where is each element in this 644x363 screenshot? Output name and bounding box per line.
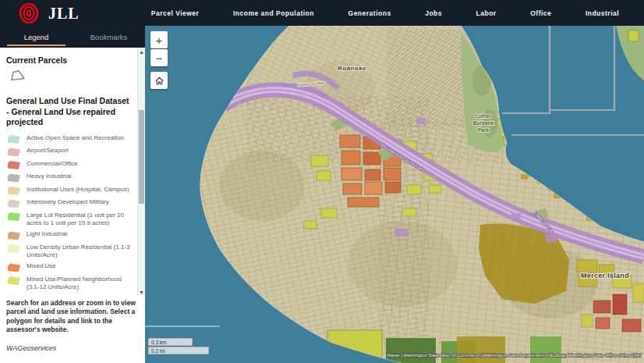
- nav-item-labor[interactable]: Labor: [476, 9, 497, 17]
- legend-swatch: [8, 276, 20, 285]
- legend-item: Airport/Seaport: [6, 147, 133, 156]
- legend-item-label: Heavy Industrial: [27, 173, 71, 180]
- legend-item-label: Large Lot Residential (1 unit per 10 acr…: [27, 212, 133, 227]
- legend-item: Intensively Developed Military: [6, 198, 133, 208]
- current-parcels-title: Current Parcels: [6, 55, 133, 65]
- jll-logo-text: JLL: [48, 5, 80, 21]
- scroll-down-icon[interactable]: ▼: [138, 288, 145, 296]
- sidebar-footer: Search for an address or zoom in to view…: [0, 296, 145, 363]
- nav-item-industrial[interactable]: Industrial: [586, 9, 619, 17]
- legend-swatch: [8, 187, 20, 195]
- legend-item-label: Mixed Use/Planned Neighborhood (3.1-12 U…: [27, 276, 133, 291]
- legend-items: Active Open Space and RecreationAirport/…: [6, 134, 133, 296]
- scale-mi-label: 0.2 mi: [151, 348, 165, 354]
- scroll-up-icon[interactable]: ▲: [138, 48, 145, 55]
- sidebar: Legend Bookmarks Current Parcels General…: [0, 26, 145, 363]
- legend-item: Large Lot Residential (1 unit per 10 acr…: [6, 212, 133, 227]
- legend-item: Commercial/Office: [6, 160, 133, 169]
- tab-bookmarks[interactable]: Bookmarks: [73, 26, 145, 48]
- nav-menu: Parcel ViewerIncome and PopulationGenera…: [134, 9, 644, 17]
- tab-legend[interactable]: Legend: [0, 26, 73, 48]
- legend-item: Institutional Uses (Hospital, Campus): [6, 186, 133, 195]
- legend-item: Light Industrial: [6, 230, 133, 240]
- home-icon: [154, 76, 165, 86]
- legend-item-label: Intensively Developed Military: [27, 198, 109, 206]
- legend-item: Low Density Urban Residential (1.1-3 Uni…: [6, 244, 133, 259]
- home-extent-button[interactable]: [150, 72, 168, 89]
- land-use-layer-title: General Land Use Final Dataset - General…: [6, 96, 133, 128]
- label-luther-2: Burbank: [473, 120, 494, 126]
- legend-item-label: Airport/Seaport: [27, 147, 69, 155]
- legend-item: Heavy Industrial: [6, 173, 133, 182]
- nav-item-generations[interactable]: Generations: [349, 9, 391, 17]
- legend-swatch: [8, 199, 20, 208]
- scale-km-label: 0.3 km: [151, 340, 167, 345]
- legend-item-label: Mixed Use: [27, 262, 56, 270]
- legend-item: Mixed Use: [6, 262, 133, 272]
- legend-swatch: [8, 173, 20, 182]
- nav-item-office[interactable]: Office: [530, 9, 551, 17]
- label-roanoke: Roanoke: [338, 65, 366, 72]
- jll-logo-icon: [17, 3, 44, 23]
- zoom-out-button[interactable]: −: [150, 49, 168, 66]
- legend-swatch: [8, 263, 20, 272]
- legend-swatch: [8, 212, 20, 221]
- map-canvas[interactable]: Roanoke N Mercer Way Luther Burbank Park…: [145, 26, 644, 363]
- help-text: Search for an address or zoom in to view…: [6, 299, 137, 335]
- data-source-label: WAGeoservices: [6, 344, 137, 352]
- parcel-polygon-icon: [9, 69, 27, 82]
- parcel-viewer-app: { "nav": { "logo": "JLL", "items": [ {"l…: [0, 0, 644, 363]
- nav-item-parcel-viewer[interactable]: Parcel Viewer: [151, 9, 200, 17]
- map-attribution: Maxar | Washington State Dept. of Commer…: [387, 353, 642, 358]
- nav-item-income-and-population[interactable]: Income and Population: [233, 9, 314, 17]
- label-luther-3: Park: [478, 127, 489, 133]
- legend-swatch: [8, 135, 20, 144]
- legend-swatch: [8, 161, 20, 169]
- zoom-in-button[interactable]: +: [150, 31, 168, 48]
- legend-item: Active Open Space and Recreation: [6, 134, 133, 144]
- label-mercer-island: Mercer Island: [581, 272, 629, 279]
- legend-panel: Current Parcels General Land Use Final D…: [0, 48, 145, 296]
- legend-item: Mixed Use/Planned Neighborhood (3.1-12 U…: [6, 276, 133, 291]
- plus-icon: +: [156, 34, 163, 47]
- minus-icon: −: [156, 52, 163, 65]
- jll-logo[interactable]: JLL: [0, 3, 134, 23]
- legend-swatch: [8, 231, 20, 240]
- legend-item-label: Institutional Uses (Hospital, Campus): [27, 186, 129, 194]
- legend-item-label: Light Industrial: [27, 230, 67, 238]
- top-navigation-bar: JLL Parcel ViewerIncome and PopulationGe…: [0, 0, 644, 26]
- legend-item-label: Low Density Urban Residential (1.1-3 Uni…: [27, 244, 133, 259]
- legend-item-label: Commercial/Office: [27, 160, 78, 168]
- label-luther-1: Luther: [476, 113, 492, 119]
- legend-swatch: [8, 244, 20, 253]
- scrollbar-thumb[interactable]: [139, 110, 144, 205]
- sidebar-tabbar: Legend Bookmarks: [0, 26, 145, 48]
- sidebar-scrollbar[interactable]: ▲ ▼: [137, 48, 145, 296]
- legend-item-label: Active Open Space and Recreation: [27, 134, 124, 142]
- nav-item-jobs[interactable]: Jobs: [425, 9, 442, 17]
- legend-swatch: [8, 148, 20, 156]
